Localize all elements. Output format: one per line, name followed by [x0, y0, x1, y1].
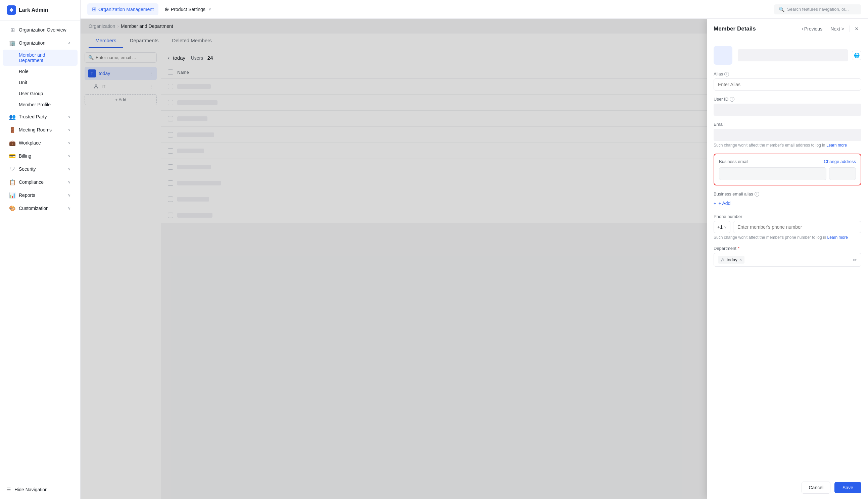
user-id-value	[714, 104, 861, 116]
dept-tag: today ×	[718, 256, 745, 264]
globe-icon: 🌐	[854, 53, 860, 58]
dept-tag-remove[interactable]: ×	[739, 257, 742, 262]
department-selector[interactable]: today × ✏	[714, 253, 861, 267]
member-avatar	[714, 46, 733, 65]
sidebar-item-unit[interactable]: Unit	[3, 77, 78, 88]
business-email-alias-field: Business email alias i + + Add	[714, 192, 861, 208]
sidebar-item-organization[interactable]: 🏢 Organization ∧	[3, 37, 78, 49]
sidebar-item-role-label: Role	[19, 69, 28, 74]
business-email-inputs	[719, 167, 856, 180]
sidebar-item-role[interactable]: Role	[3, 66, 78, 77]
hide-navigation-button[interactable]: ☰ Hide Navigation	[7, 484, 73, 495]
business-email-input[interactable]	[719, 167, 827, 180]
sidebar-item-billing[interactable]: 💳 Billing ∨	[3, 149, 78, 162]
topnav-tab-org-mgmt[interactable]: ⊞ Organization Management	[87, 3, 158, 15]
sidebar-item-org-overview[interactable]: ⊞ Organization Overview	[3, 23, 78, 36]
compliance-chevron: ∨	[68, 180, 71, 184]
sidebar-logo: Lark Admin	[0, 0, 80, 21]
sidebar-item-member-profile[interactable]: Member Profile	[3, 99, 78, 110]
hide-nav-label: Hide Navigation	[14, 487, 48, 492]
phone-country-selector[interactable]: +1 ∨	[714, 221, 730, 233]
reports-chevron: ∨	[68, 193, 71, 197]
sidebar-item-member-dept[interactable]: Member and Department	[3, 50, 78, 66]
alias-info-icon2[interactable]: i	[754, 192, 759, 196]
customization-icon: 🎨	[9, 205, 15, 211]
sidebar-item-unit-label: Unit	[19, 80, 27, 85]
sidebar-item-customization-label: Customization	[19, 206, 49, 211]
meeting-rooms-chevron: ∨	[68, 127, 71, 132]
sidebar-item-meeting-rooms[interactable]: 🚪 Meeting Rooms ∨	[3, 123, 78, 136]
workplace-chevron: ∨	[68, 141, 71, 145]
user-id-field: User ID i	[714, 97, 861, 116]
user-id-label: User ID i	[714, 97, 861, 101]
previous-member-button[interactable]: ‹ Previous	[798, 24, 826, 34]
meeting-rooms-icon: 🚪	[9, 127, 15, 133]
search-placeholder-text: Search features navigation, or...	[787, 7, 849, 12]
billing-chevron: ∨	[68, 154, 71, 158]
add-alias-button[interactable]: + + Add	[714, 198, 861, 208]
add-alias-icon: +	[714, 200, 716, 206]
phone-row: +1 ∨	[714, 221, 861, 233]
phone-number-input[interactable]	[733, 221, 861, 233]
sidebar-footer: ☰ Hide Navigation	[0, 480, 80, 499]
customization-chevron: ∨	[68, 206, 71, 210]
business-email-label: Business email	[719, 159, 748, 164]
reports-icon: 📊	[9, 192, 15, 198]
dept-edit-icon[interactable]: ✏	[853, 257, 857, 263]
topnav-tab-product-settings-label: Product Settings	[171, 7, 205, 12]
sidebar-item-user-group[interactable]: User Group	[3, 88, 78, 99]
topnav-search[interactable]: 🔍 Search features navigation, or...	[774, 4, 861, 14]
detail-panel-title: Member Details	[714, 25, 756, 32]
dept-tags-container: today ×	[718, 256, 745, 264]
sidebar: Lark Admin ⊞ Organization Overview 🏢 Org…	[0, 0, 81, 499]
language-button[interactable]: 🌐	[852, 51, 861, 60]
header-separator	[849, 25, 850, 32]
previous-label: Previous	[804, 26, 822, 32]
sidebar-item-workplace[interactable]: 💼 Workplace ∨	[3, 136, 78, 149]
alias-input[interactable]	[714, 78, 861, 90]
sidebar-item-compliance-label: Compliance	[19, 179, 44, 185]
phone-learn-more-link[interactable]: Learn more	[828, 235, 848, 240]
email-learn-more-link[interactable]: Learn more	[827, 143, 847, 148]
sidebar-item-security[interactable]: 🛡 Security ∨	[3, 163, 78, 175]
trusted-party-chevron: ∨	[68, 114, 71, 119]
product-settings-tab-icon: ⊕	[165, 6, 169, 12]
next-label: Next >	[830, 26, 844, 32]
sidebar-item-user-group-label: User Group	[19, 91, 43, 96]
department-field: Department * today ×	[714, 246, 861, 267]
sidebar-item-customization[interactable]: 🎨 Customization ∨	[3, 202, 78, 215]
sidebar-item-compliance[interactable]: 📋 Compliance ∨	[3, 176, 78, 188]
email-domain-selector[interactable]	[829, 167, 856, 180]
sidebar-item-workplace-label: Workplace	[19, 140, 41, 146]
security-icon: 🛡	[9, 166, 15, 172]
detail-panel-footer: Cancel Save	[707, 476, 868, 499]
business-email-section: Business email Change address	[714, 154, 861, 185]
dept-tag-name: today	[727, 257, 737, 262]
save-button[interactable]: Save	[834, 482, 861, 493]
product-settings-chevron: ∨	[209, 7, 211, 11]
email-value	[714, 129, 861, 141]
change-address-button[interactable]: Change address	[824, 159, 856, 164]
topnav-tab-product-settings[interactable]: ⊕ Product Settings ∨	[160, 3, 216, 15]
phone-hint: Such change won't affect the member's ph…	[714, 235, 861, 240]
sidebar-item-org-overview-label: Organization Overview	[19, 27, 67, 33]
business-email-header: Business email Change address	[719, 159, 856, 164]
billing-icon: 💳	[9, 153, 15, 159]
sidebar-item-trusted-party-label: Trusted Party	[19, 114, 47, 119]
sidebar-item-reports-label: Reports	[19, 193, 35, 198]
next-member-button[interactable]: Next >	[827, 24, 847, 34]
top-navigation: ⊞ Organization Management ⊕ Product Sett…	[81, 0, 868, 19]
sidebar-item-reports[interactable]: 📊 Reports ∨	[3, 189, 78, 202]
sidebar-item-member-profile-label: Member Profile	[19, 102, 51, 107]
alias-info-icon[interactable]: i	[724, 72, 729, 76]
org-overview-icon: ⊞	[9, 27, 15, 33]
department-required: *	[738, 246, 739, 251]
cancel-button[interactable]: Cancel	[801, 482, 830, 494]
topnav-tab-org-mgmt-label: Organization Management	[98, 7, 154, 12]
sidebar-item-trusted-party[interactable]: 👥 Trusted Party ∨	[3, 110, 78, 123]
sidebar-item-organization-label: Organization	[19, 40, 45, 46]
user-id-info-icon[interactable]: i	[730, 97, 734, 101]
close-panel-button[interactable]: ×	[852, 24, 861, 34]
compliance-icon: 📋	[9, 179, 15, 185]
prev-chevron-icon: ‹	[802, 26, 803, 31]
